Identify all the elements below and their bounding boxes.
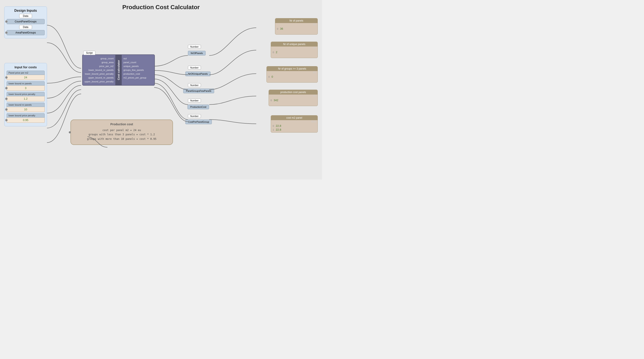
calc-output-m2-prices: m2_prices_per_group xyxy=(123,76,153,80)
number-badge-nrofpanels: Number xyxy=(188,45,201,49)
area-panel-groups-node[interactable]: AreaPanelGroups xyxy=(6,30,45,35)
lb-nr-panels-value[interactable]: 3 xyxy=(6,86,45,91)
panelgroupsfewpanels-connector[interactable]: PanelGroupsFewPanels xyxy=(183,89,214,93)
output-nr-unique-panels: Nr of unique panels {0} 0 2 xyxy=(271,42,318,58)
panel-price-value[interactable]: 24 xyxy=(6,75,45,80)
nr-unique-panels-sub: {0} xyxy=(271,46,318,49)
cost-m2-value-0: 22.8 xyxy=(276,124,281,127)
data-badge-2: Data xyxy=(19,25,32,29)
nr-panels-title: Nr of panels xyxy=(275,18,318,23)
lb-nr-panels-label: lower bound nr panels xyxy=(6,81,45,86)
calc-title-col: Cost calculator xyxy=(115,55,122,85)
productioncost-connector[interactable]: ProductionCost xyxy=(188,105,209,109)
ub-nr-panels-label: lower bound nr panels xyxy=(6,103,45,107)
calc-output-panel-count: panel_count xyxy=(123,60,153,64)
cost-m2-prefix-1: 1 xyxy=(273,128,274,131)
number-badge-costperpanelgroup: Number xyxy=(188,114,201,118)
production-cost-line-0: cost per panel m2 = 24 eu xyxy=(75,128,168,132)
cost-m2-value-1: 22.8 xyxy=(276,128,281,131)
costperpanelgroup-connector[interactable]: CostPerPanelGroup xyxy=(185,119,212,124)
cost-input-ub-nr-panels: lower bound nr panels 10 xyxy=(6,103,45,112)
production-cost-panels-body: 0 342 xyxy=(269,97,318,106)
nrofpanels-connector[interactable]: NrOfPanels xyxy=(188,51,206,55)
cost-m2-row-1: 1 22.8 xyxy=(273,128,316,131)
calc-outputs-col: out panel_count unique_panels groups_few… xyxy=(122,55,154,85)
nr-panels-body: 0 36 xyxy=(275,26,318,34)
page-title: Production Cost Calculator xyxy=(122,4,200,11)
cost-m2-title: cost m2 panel xyxy=(271,115,318,120)
production-cost-panels-sub: {0} xyxy=(269,94,318,97)
ub-price-penalty-value[interactable]: 0.95 xyxy=(6,118,45,123)
calc-output-unique-panels: unique_panels xyxy=(123,64,153,68)
cost-input-lb-nr-panels: lower bound nr panels 3 xyxy=(6,81,45,91)
calc-inputs-col: group_count group_area price_per_m2 lowe… xyxy=(83,55,115,85)
calc-output-production-cost: production_cost xyxy=(123,72,153,76)
calc-input-ub-price-penalty: upper_bound_price_penalty xyxy=(84,80,114,83)
nr-groups-sub: {0} xyxy=(267,71,318,74)
panel-price-label: Panel price per m2 xyxy=(6,71,45,75)
production-cost-dot xyxy=(69,131,71,133)
cost-input-lb-price-penalty: lower bound price penalty 1.2 xyxy=(6,92,45,101)
calc-output-out: out xyxy=(123,56,153,60)
nrofuniquepanels-connector[interactable]: NrOfUniquePanels xyxy=(185,71,210,76)
output-cost-m2-panel: cost m2 panel {0;0} 0 22.8 1 22.8 xyxy=(271,115,318,133)
calc-input-price-per-m2: price_per_m2 xyxy=(84,64,114,68)
nr-groups-title: Nr of groups >= 3 panels xyxy=(267,66,318,71)
nr-unique-panels-body: 0 2 xyxy=(271,49,318,58)
production-cost-panels-title: production cost panels xyxy=(269,90,318,94)
ub-price-penalty-label: lower bound price penalty xyxy=(6,113,45,118)
cost-input-ub-price-penalty: lower bound price penalty 0.95 xyxy=(6,113,45,123)
lb-price-penalty-value[interactable]: 1.2 xyxy=(6,96,45,101)
nr-panels-prefix: 0 xyxy=(277,27,278,30)
data-badge-1: Data xyxy=(19,14,32,18)
nr-unique-panels-prefix: 0 xyxy=(273,51,274,53)
calc-input-group-count: group_count xyxy=(84,56,114,60)
nr-groups-body: 0 0 xyxy=(267,74,318,82)
production-cost-line-1: groups with less than 3 panels = cost * … xyxy=(75,132,168,137)
production-cost-box: Production cost cost per panel m2 = 24 e… xyxy=(70,119,173,145)
design-inputs-title: Design Inputs xyxy=(6,9,45,12)
cost-input-panel-price: Panel price per m2 24 xyxy=(6,71,45,80)
number-badge-productioncost: Number xyxy=(188,99,201,102)
cost-m2-prefix-0: 0 xyxy=(273,125,274,127)
ub-nr-panels-value[interactable]: 10 xyxy=(6,107,45,112)
input-costs-title: Input for costs xyxy=(6,65,45,69)
number-badge-nrofuniquepanels: Number xyxy=(188,66,201,70)
output-nr-groups-panels: Nr of groups >= 3 panels {0} 0 0 xyxy=(266,66,318,83)
number-badge-panelgroupsfewpanels: Number xyxy=(188,83,201,87)
cost-m2-row-0: 0 22.8 xyxy=(273,124,316,128)
canvas: Production Cost Calculator Design Inputs… xyxy=(0,0,322,179)
calc-input-lb-price-penalty: lower_bound_price_penalty xyxy=(84,72,114,76)
lb-price-penalty-label: lower bound price penalty xyxy=(6,92,45,96)
script-badge: Script xyxy=(83,51,96,55)
production-cost-value: 342 xyxy=(274,99,278,102)
output-production-cost-panels: production cost panels {0} 0 342 xyxy=(268,90,318,106)
nr-panels-value: 36 xyxy=(280,27,283,30)
nr-groups-prefix: 0 xyxy=(268,75,270,78)
calc-output-groups-few-panels: groups_few_panels xyxy=(123,68,153,72)
input-costs-panel: Input for costs Panel price per m2 24 lo… xyxy=(4,63,47,126)
nr-unique-panels-value: 2 xyxy=(276,50,277,54)
calculator-node: group_count group_area price_per_m2 lowe… xyxy=(82,54,155,86)
calc-input-ub-nr-panels: upper_bound_nr_panels xyxy=(84,76,114,80)
calc-title: Cost calculator xyxy=(117,60,120,80)
nr-groups-value: 0 xyxy=(272,75,273,78)
count-panel-groups-node[interactable]: CountPanelGroups xyxy=(6,19,45,24)
production-cost-box-title: Production cost xyxy=(75,122,168,126)
cost-m2-sub: {0;0} xyxy=(271,120,318,123)
cost-m2-body: 0 22.8 1 22.8 xyxy=(271,123,318,132)
nr-panels-sub: {0} xyxy=(275,23,318,26)
calc-input-lb-nr-panels: lower_bound_nr_panels xyxy=(84,68,114,72)
production-cost-text: cost per panel m2 = 24 eu groups with le… xyxy=(75,128,168,141)
design-inputs-panel: Design Inputs Data CountPanelGroups Data… xyxy=(4,6,47,38)
production-cost-line-2: groups with more than 10 panels = cost *… xyxy=(75,137,168,141)
nr-unique-panels-title: Nr of unique panels xyxy=(271,42,318,46)
production-cost-prefix: 0 xyxy=(270,99,272,102)
output-nr-panels: Nr of panels {0} 0 36 xyxy=(275,18,318,34)
calc-input-group-area: group_area xyxy=(84,60,114,64)
